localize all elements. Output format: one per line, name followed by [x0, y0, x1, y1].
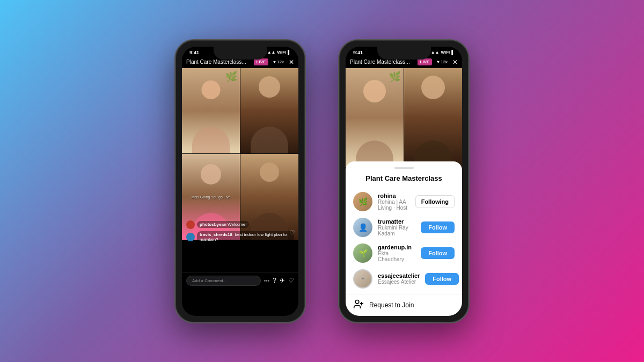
- notch: [214, 47, 267, 60]
- request-join-text: Request to Join: [369, 301, 414, 309]
- chat-overlay: photosbyean Welcome! travis_shreds18 bes…: [182, 220, 298, 245]
- user-item-trumatter: 👤 trumatter Rukmini Ray Kadam Follow: [346, 215, 462, 240]
- miss-text: Miss Going You go Live: [191, 195, 230, 198]
- notch-2: [377, 47, 431, 60]
- follow-button-gardenup[interactable]: Follow: [421, 247, 455, 259]
- time-1: 9:41: [189, 50, 199, 55]
- chat-avatar-1: [186, 220, 195, 229]
- live-badges-2: LIVE ♥ 12k ✕: [418, 58, 458, 66]
- like-icon[interactable]: ♡: [288, 277, 294, 284]
- person-shape-1: 🌿: [182, 68, 240, 154]
- person-shape-2: [240, 68, 298, 154]
- close-button-1[interactable]: ✕: [289, 58, 294, 66]
- viewer-count-2: 12k: [441, 60, 448, 64]
- live-badges-1: LIVE ♥ 12k ✕: [254, 58, 294, 66]
- wifi-icon: WiFi: [277, 50, 287, 55]
- share-icon[interactable]: ✈: [280, 277, 285, 284]
- close-button-2[interactable]: ✕: [452, 58, 458, 66]
- usersub-essajees: Essajees Atelier: [378, 279, 420, 285]
- phone-1: 9:41 ▲▲ WiFi ▌ Plant Care Masterclass...…: [174, 39, 306, 323]
- username-trumatter: trumatter: [378, 218, 415, 225]
- video-cell-2: [240, 68, 298, 154]
- signal-icon: ▲▲: [267, 50, 276, 55]
- sheet-handle: [394, 167, 414, 169]
- plant-icon-1: 🌿: [225, 71, 237, 83]
- user-item-gardenup: 🌱 gardenup.in Ekta Chaudhary Follow: [346, 240, 462, 266]
- live-badge-2: LIVE: [418, 58, 433, 65]
- live-title-2: Plant Care Masterclass...: [350, 59, 410, 65]
- viewer-badge-2: ♥ 12k: [434, 58, 450, 65]
- phone-2: 9:41 ▲▲ WiFi ▌ Plant Care Masterclass...…: [338, 39, 470, 323]
- user-info-essajees: essajeesatelier Essajees Atelier: [378, 272, 420, 285]
- avatar-rohina: 🌿: [353, 192, 372, 211]
- video-cell-2-2: [404, 68, 462, 167]
- person-add-svg: [353, 299, 364, 309]
- user-item-rohina: 🌿 rohina Rohina | AA Living · Host Follo…: [346, 189, 462, 215]
- plant-icon-2: 🌿: [389, 71, 401, 83]
- chat-text-1: photosbyean Welcome!: [197, 221, 249, 228]
- battery-icon: ▌: [288, 50, 291, 55]
- viewer-heart-icon-2: ♥: [437, 60, 440, 64]
- video-cell-1: 🌿: [182, 68, 240, 154]
- viewer-heart-icon: ♥: [273, 60, 276, 64]
- video-grid-2: 🌿: [346, 68, 462, 167]
- signal-icon-2: ▲▲: [431, 50, 440, 55]
- following-button-rohina[interactable]: Following: [415, 195, 455, 208]
- username-essajees: essajeesatelier: [378, 272, 420, 279]
- person-2-1: 🌿: [346, 68, 404, 167]
- avatar-gardenup: 🌱: [353, 243, 372, 263]
- user-info-rohina: rohina Rohina | AA Living · Host: [378, 193, 410, 211]
- user-info-gardenup: gardenup.in Ekta Chaudhary: [378, 244, 415, 262]
- usersub-rohina: Rohina | AA Living · Host: [378, 199, 410, 211]
- user-info-trumatter: trumatter Rukmini Ray Kadam: [378, 218, 415, 237]
- usersub-gardenup: Ekta Chaudhary: [378, 250, 415, 262]
- chat-avatar-2: [186, 233, 195, 241]
- username-gardenup: gardenup.in: [378, 244, 415, 250]
- chat-msg-1: photosbyean Welcome!: [186, 220, 294, 229]
- usersub-trumatter: Rukmini Ray Kadam: [378, 225, 415, 237]
- request-join-icon: [353, 299, 364, 312]
- battery-icon-2: ▌: [451, 50, 455, 55]
- person-2-2: [404, 68, 462, 167]
- wifi-icon-2: WiFi: [441, 50, 450, 55]
- user-list: 🌿 rohina Rohina | AA Living · Host Follo…: [346, 189, 462, 292]
- chat-msg-2: travis_shreds18 best indoor low light pl…: [186, 231, 294, 243]
- status-icons-1: ▲▲ WiFi ▌: [267, 50, 291, 55]
- time-2: 9:41: [353, 50, 363, 55]
- avatar-essajees: ✦: [353, 269, 372, 289]
- comment-bar: Add a Comment... ••• ? ✈ ♡: [182, 272, 298, 289]
- status-icons-2: ▲▲ WiFi ▌: [431, 50, 455, 55]
- user-item-essajees: ✦ essajeesatelier Essajees Atelier Follo…: [346, 266, 462, 292]
- more-options-btn[interactable]: •••: [264, 278, 270, 284]
- bottom-sheet: Plant Care Masterclass 🌿 rohina Rohina |…: [346, 161, 462, 316]
- chat-text-2: travis_shreds18 best indoor low light pl…: [197, 231, 294, 243]
- viewer-badge-1: ♥ 12k: [270, 58, 287, 65]
- question-icon[interactable]: ?: [273, 277, 276, 284]
- video-cell-2-1: 🌿: [346, 68, 404, 167]
- follow-button-essajees[interactable]: Follow: [425, 273, 459, 285]
- follow-button-trumatter[interactable]: Follow: [421, 221, 455, 233]
- sheet-title: Plant Care Masterclass: [346, 174, 462, 182]
- comment-input[interactable]: Add a Comment...: [186, 276, 261, 286]
- viewer-count-1: 12k: [277, 60, 284, 64]
- video-grid-1: 🌿 Miss Going You go Live: [182, 68, 298, 240]
- request-join-row[interactable]: Request to Join: [346, 294, 462, 316]
- avatar-trumatter: 👤: [353, 218, 372, 237]
- live-badge-1: LIVE: [254, 58, 269, 65]
- live-title-1: Plant Care Masterclass...: [186, 59, 246, 65]
- username-rohina: rohina: [378, 193, 410, 199]
- svg-point-0: [355, 300, 359, 304]
